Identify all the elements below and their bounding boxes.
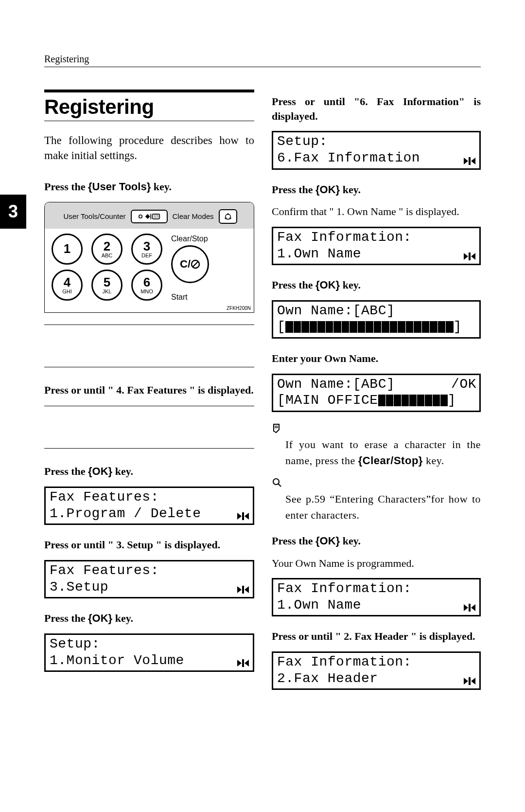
page: 3 Registering Registering The following …: [0, 0, 525, 812]
key-user-tools: {User Tools}: [88, 180, 151, 193]
panel-right-controls: Clear/Stop C/ Start: [171, 234, 209, 302]
keypad-illustration: User Tools/Counter 123: [44, 202, 254, 313]
lcd-line: 2.Fax Header: [277, 670, 475, 687]
lcd-line: Fax Information:: [277, 580, 475, 597]
lcd-faxinfo-ownname-2: Fax Information: 1.Own Name: [272, 578, 481, 616]
nav-arrows-icon: [463, 602, 476, 613]
clear-stop-button-icon: C/: [171, 245, 209, 283]
svg-marker-1: [145, 214, 150, 219]
key-2: 2ABC: [91, 234, 122, 265]
lcd-line: Fax Information:: [277, 654, 475, 670]
key-ok: {OK}: [88, 465, 112, 477]
panel-top-row: User Tools/Counter 123: [45, 209, 254, 224]
label-start: Start: [171, 293, 188, 302]
svg-marker-21: [471, 158, 475, 164]
nav-arrows-icon: [463, 251, 476, 262]
nav-arrows-icon: [236, 584, 250, 595]
reference-icon: [272, 477, 481, 490]
svg-marker-31: [471, 604, 475, 611]
nav-arrows-icon: [463, 156, 476, 166]
step-ok-3: Press the {OK} key.: [272, 182, 481, 197]
user-tools-button-icon: 123: [131, 210, 168, 223]
step-ok-1: Press the {OK} key.: [44, 464, 254, 479]
svg-marker-29: [464, 604, 468, 611]
label-user-tools-counter: User Tools/Counter: [61, 212, 127, 220]
lcd-line: 3.Setup: [50, 579, 249, 595]
step-user-tools: Press the {User Tools} key.: [44, 180, 254, 194]
key-clear-stop: {Clear/Stop}: [358, 454, 423, 467]
lcd-faxinfo-faxheader: Fax Information: 2.Fax Header: [272, 651, 481, 690]
lcd-fax-features-setup: Fax Features: 3.Setup: [44, 560, 254, 598]
key-3: 3DEF: [131, 234, 162, 265]
svg-point-0: [139, 215, 142, 218]
svg-marker-13: [237, 586, 242, 593]
lcd-line: []: [277, 319, 475, 335]
nav-arrows-icon: [236, 658, 250, 668]
svg-marker-10: [237, 513, 242, 520]
stop-glyph-icon: [191, 259, 200, 269]
placeholder-box-1: [44, 325, 254, 367]
running-head: Registering: [44, 54, 481, 67]
clear-modes-button-icon: [219, 209, 237, 224]
lcd-line: [MAIN OFFICE]: [277, 392, 475, 409]
note-confirm-own-name: Confirm that " 1. Own Name " is displaye…: [272, 204, 481, 219]
panel-top-bar: User Tools/Counter 123: [45, 202, 254, 229]
lcd-line: Own Name:[ABC]: [277, 376, 475, 393]
lcd-fax-features-1: Fax Features: 1.Program / Delete: [44, 487, 254, 525]
chapter-tab-label: 3: [8, 201, 18, 222]
svg-rect-33: [469, 677, 471, 685]
label-clear-stop: Clear/Stop: [171, 235, 208, 243]
svg-rect-14: [242, 586, 244, 594]
lcd-line: 1.Program / Delete: [50, 505, 249, 522]
svg-line-28: [278, 484, 281, 487]
lcd-line: Fax Information:: [277, 229, 475, 246]
svg-marker-12: [245, 513, 249, 520]
lcd-line: 6.Fax Information: [277, 150, 475, 166]
text: Press the: [44, 180, 88, 193]
svg-text:123: 123: [153, 215, 158, 218]
step-2-fax-header: Press or until " 2. Fax Header " is disp…: [272, 629, 481, 644]
label-clear-modes: Clear Modes: [171, 212, 216, 220]
panel-body: 1 2ABC 3DEF 4GHI 5JKL 6MNO Clear/Stop C: [45, 229, 254, 305]
step-6-fax-info: Press or until "6. Fax Information" is d…: [272, 94, 481, 123]
illustration-ref: ZFKH200N: [45, 305, 254, 312]
page-title: Registering: [44, 95, 254, 121]
ok-indicator: /OK: [451, 376, 476, 393]
lcd-line: Fax Features:: [50, 489, 249, 505]
right-column: Press or until "6. Fax Information" is d…: [272, 90, 481, 696]
svg-marker-32: [464, 678, 468, 685]
intro-text: The following procedure describes how to…: [44, 133, 254, 163]
block-cursor-icon: [378, 395, 448, 406]
key-5: 5JKL: [91, 270, 122, 301]
svg-line-9: [192, 261, 198, 267]
placeholder-box-2: [44, 406, 254, 449]
key-ok: {OK}: [315, 183, 340, 196]
svg-marker-16: [237, 660, 242, 667]
key-ok: {OK}: [315, 535, 340, 547]
lcd-line: 1.Monitor Volume: [50, 652, 249, 669]
key-ok: {OK}: [315, 279, 340, 291]
lcd-ownname-entry-blank: Own Name:[ABC] []: [272, 300, 481, 339]
panel-frame: User Tools/Counter 123: [44, 202, 254, 313]
svg-marker-34: [471, 678, 475, 685]
svg-marker-18: [245, 660, 249, 667]
heading-rule: [44, 90, 254, 92]
step-ok-5: Press the {OK} key.: [272, 534, 481, 548]
svg-rect-11: [242, 512, 244, 520]
lcd-setup-faxinfo: Setup: 6.Fax Information: [272, 131, 481, 169]
lcd-faxinfo-ownname-1: Fax Information: 1.Own Name: [272, 227, 481, 265]
step-3-setup: Press or until " 3. Setup " is displayed…: [44, 538, 254, 552]
svg-rect-20: [469, 157, 471, 165]
lcd-line: Setup:: [50, 636, 249, 652]
keypad-grid: 1 2ABC 3DEF 4GHI 5JKL 6MNO: [52, 234, 162, 302]
key-1: 1: [52, 234, 83, 265]
key-6: 6MNO: [131, 270, 162, 301]
columns: Registering The following procedure desc…: [44, 90, 481, 696]
step-enter-own-name: Enter your Own Name.: [272, 351, 481, 366]
text: key.: [151, 180, 172, 193]
lcd-line: Fax Features:: [50, 562, 249, 579]
lcd-line: 1.Own Name: [277, 246, 475, 262]
svg-marker-15: [245, 586, 249, 593]
heading-block: Registering: [44, 90, 254, 121]
note-icon: [272, 423, 481, 435]
